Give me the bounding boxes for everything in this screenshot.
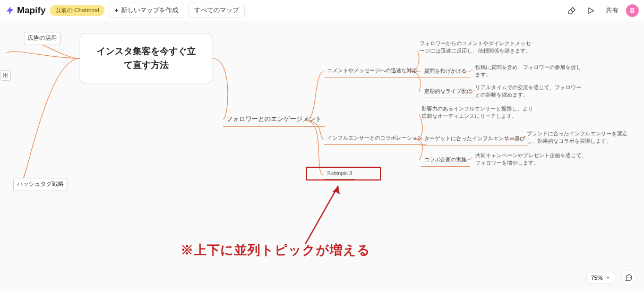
chevron-down-icon xyxy=(605,275,611,280)
brand-text: Mapify xyxy=(17,5,46,16)
node-target[interactable]: ターゲットに合ったインフルエンサー選び xyxy=(421,133,528,145)
node-plan[interactable]: コラボ企画の実施 xyxy=(421,154,470,167)
plus-icon: + xyxy=(115,7,118,14)
node-question[interactable]: 質問を投げかける xyxy=(421,66,470,78)
central-topic[interactable]: インスタ集客を今すぐ立て直す方法 xyxy=(80,33,212,83)
bolt-icon xyxy=(5,6,15,15)
svg-point-2 xyxy=(627,277,628,278)
desc-6: 共同キャンペーンやプレゼント企画を通じて、フォロワーを増やします。 xyxy=(475,152,587,166)
zoom-control[interactable]: 75% xyxy=(586,272,615,284)
zoom-label: 75% xyxy=(591,274,603,281)
bottom-bar: 75% xyxy=(586,270,637,286)
node-ads[interactable]: 広告の活用 xyxy=(24,32,61,45)
node-hashtag[interactable]: ハッシュタグ戦略 xyxy=(13,178,67,191)
annotation-text: ※上下に並列トピックが増える xyxy=(181,242,371,259)
play-icon[interactable] xyxy=(583,3,598,18)
eraser-icon[interactable] xyxy=(564,3,579,18)
chat-icon[interactable] xyxy=(621,270,637,286)
node-engagement[interactable]: フォロワーとのエンゲージメント xyxy=(223,113,325,127)
desc-4: 影響力のあるインフルエンサーと提携し、より広範なオーディエンスにリーチします。 xyxy=(422,105,533,119)
node-subtopic3[interactable]: Subtopic 3 xyxy=(324,169,355,179)
toolbar: Mapify 以前の Chatmind + 新しいマップを作成 すべてのマップ … xyxy=(0,0,644,21)
new-map-button[interactable]: + 新しいマップを作成 xyxy=(109,3,184,18)
all-maps-button[interactable]: すべてのマップ xyxy=(188,3,245,18)
node-comments[interactable]: コメントやメッセージへの迅速な対応 xyxy=(324,65,420,78)
previous-chatmind-pill[interactable]: 以前の Chatmind xyxy=(50,5,105,16)
avatar[interactable]: B xyxy=(626,4,639,17)
node-live[interactable]: 定期的なライブ配信 xyxy=(421,86,475,98)
svg-point-4 xyxy=(630,277,631,278)
brand-logo[interactable]: Mapify xyxy=(5,5,46,16)
desc-2: 投稿に質問を含め、フォロワーの参加を促します。 xyxy=(475,64,581,78)
svg-point-3 xyxy=(629,277,629,278)
mindmap-canvas[interactable]: インスタ集客を今すぐ立て直す方法 広告の活用 用 ハッシュタグ戦略 フォロワーと… xyxy=(0,21,644,292)
desc-1: フォロワーからのコメントやダイレクトメッセージには迅速に反応し、信頼関係を築きま… xyxy=(419,40,531,54)
desc-3: リアルタイムでの交流を通じて、フォロワーとの距離を縮めます。 xyxy=(475,84,584,98)
node-stub[interactable]: 用 xyxy=(0,70,11,81)
share-button[interactable]: 共有 xyxy=(603,6,622,15)
node-collab[interactable]: インフルエンサーとのコラボレーション xyxy=(324,133,426,145)
desc-5: ブランドに合ったインフルエンサーを選定し、効果的なコラボを実現します。 xyxy=(527,130,633,144)
new-map-label: 新しいマップを作成 xyxy=(121,6,178,15)
